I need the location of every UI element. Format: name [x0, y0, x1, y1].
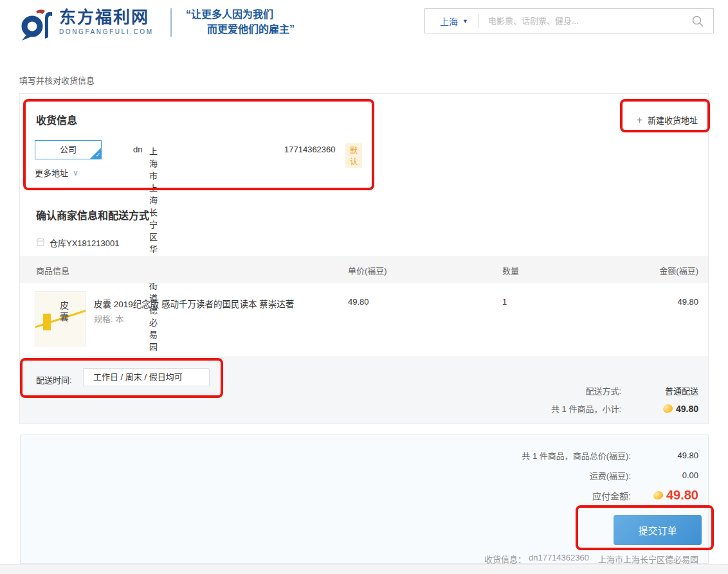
city-selector[interactable]: 上海 ▼ — [425, 15, 478, 28]
warehouse-label: 仓库YX181213001 — [50, 237, 119, 249]
logo-text: 东方福利网 DONGFANGFULI.COM — [59, 8, 154, 35]
logo-monogram-icon — [19, 8, 54, 44]
book-cover: 皮囊 — [35, 292, 86, 346]
order-card: 收货信息 + 新建收货地址 公司 ✓ dn 上海市上海长宁区华阳路街道德必易园 … — [19, 93, 709, 424]
column-header-amount: 金额(福豆) — [659, 264, 698, 276]
logo-name: 东方福利网 — [59, 8, 154, 27]
payable-row: 应付金额: 49.80 — [592, 488, 698, 503]
search-bar: 上海 ▼ — [424, 8, 714, 33]
breadcrumb: 填写并核对收货信息 — [19, 74, 95, 86]
product-spec: 规格: 本 — [94, 312, 123, 325]
subtotal-value: 49.80 — [676, 404, 698, 414]
footer-delivery-info: 收货信息： dn17714362360 上海市上海长宁区德必易园 — [484, 553, 698, 565]
submit-order-button[interactable]: 提交订单 — [614, 515, 702, 545]
slogan-line-2: 而更爱他们的雇主” — [186, 22, 295, 37]
order-table-header: 商品信息 单价(福豆) 数量 金额(福豆) — [20, 256, 708, 283]
search-icon[interactable] — [691, 15, 704, 28]
delivery-method-value: 普通配送 — [621, 384, 698, 397]
payable-value: 49.80 — [666, 488, 698, 503]
freight-label: 运费(福豆): — [590, 469, 631, 481]
footer-strip — [0, 564, 728, 574]
address-row: 公司 ✓ dn 上海市上海长宁区华阳路街道德必易园 17714362360 默认 — [35, 140, 102, 159]
product-image[interactable]: 皮囊 — [35, 291, 86, 346]
delivery-method-label: 配送方式: — [585, 384, 621, 397]
default-badge: 默认 — [345, 143, 362, 168]
merchant-section-title: 确认商家信息和配送方式 — [36, 207, 149, 222]
delivery-time-select[interactable]: 工作日 / 周末 / 假日均可 — [83, 368, 210, 386]
payable-label: 应付金额: — [592, 489, 631, 502]
caret-down-icon: ▼ — [462, 18, 468, 24]
freight-row: 运费(福豆): 0.00 — [590, 469, 698, 481]
new-address-button[interactable]: + 新建收货地址 — [637, 114, 698, 126]
footer-address: 上海市上海长宁区德必易园 — [598, 553, 698, 565]
slogan-line-1: “让更多人因为我们 — [186, 7, 295, 22]
summary-card: 共 1 件商品，商品总价(福豆): 49.80 运费(福豆): 0.00 应付金… — [20, 435, 709, 564]
address-tag-company[interactable]: 公司 ✓ — [35, 140, 102, 159]
book-label — [43, 314, 51, 330]
column-header-unit-price: 单价(福豆) — [348, 264, 387, 276]
check-icon: ✓ — [95, 152, 100, 159]
freight-value: 0.00 — [631, 471, 698, 480]
search-input[interactable] — [479, 16, 691, 26]
bean-icon — [653, 490, 664, 500]
total-value: 49.80 — [631, 451, 698, 460]
footer-recipient-phone: dn17714362360 — [529, 553, 589, 565]
more-addresses-toggle[interactable]: 更多地址 ∨ — [35, 166, 78, 179]
subtotal-value-wrap: 49.80 — [621, 404, 698, 414]
product-name: 皮囊 2019纪念版 感动千万读者的国民读本 蔡崇达著 — [94, 297, 294, 310]
total-label: 共 1 件商品，商品总价(福豆): — [522, 449, 631, 462]
delivery-info-title: 收货信息 — [36, 112, 77, 127]
address-tag-label: 公司 — [60, 145, 77, 154]
product-amount: 49.80 — [677, 297, 698, 307]
product-quantity: 1 — [502, 297, 507, 307]
site-logo[interactable]: 东方福利网 DONGFANGFULI.COM — [19, 8, 154, 44]
city-name: 上海 — [440, 15, 458, 28]
column-header-product: 商品信息 — [36, 264, 69, 276]
recipient-name: dn — [133, 145, 142, 154]
more-addresses-label: 更多地址 — [35, 166, 68, 179]
subtotal-label: 共 1 件商品，小计: — [551, 402, 621, 415]
logo-domain: DONGFANGFULI.COM — [59, 28, 154, 35]
plus-icon: + — [637, 116, 642, 124]
recipient-phone: 17714362360 — [284, 145, 336, 154]
header-slogan: “让更多人因为我们 而更爱他们的雇主” — [186, 7, 295, 37]
new-address-label: 新建收货地址 — [648, 114, 698, 126]
checkout-page: 东方福利网 DONGFANGFULI.COM “让更多人因为我们 而更爱他们的雇… — [0, 0, 728, 574]
shop-icon — [36, 238, 45, 248]
footer-info-label: 收货信息： — [484, 553, 526, 565]
delivery-time-label: 配送时间: — [36, 373, 72, 386]
warehouse-row: 仓库YX181213001 — [36, 237, 119, 249]
delivery-method-row: 配送方式: 普通配送 — [585, 384, 698, 397]
chevron-down-icon: ∨ — [73, 168, 78, 177]
bean-icon — [662, 403, 674, 413]
header-divider — [170, 8, 172, 37]
subtotal-row: 共 1 件商品，小计: 49.80 — [551, 402, 698, 415]
total-row: 共 1 件商品，商品总价(福豆): 49.80 — [522, 449, 698, 462]
column-header-quantity: 数量 — [502, 264, 519, 276]
book-cover-title: 皮囊 — [57, 301, 70, 324]
table-row: 皮囊 皮囊 2019纪念版 感动千万读者的国民读本 蔡崇达著 规格: 本 49.… — [20, 283, 708, 356]
payable-value-wrap: 49.80 — [631, 488, 698, 503]
product-unit-price: 49.80 — [348, 297, 369, 307]
shipping-options-section: 配送时间: 工作日 / 周末 / 假日均可 配送方式: 普通配送 共 1 件商品… — [20, 356, 708, 424]
